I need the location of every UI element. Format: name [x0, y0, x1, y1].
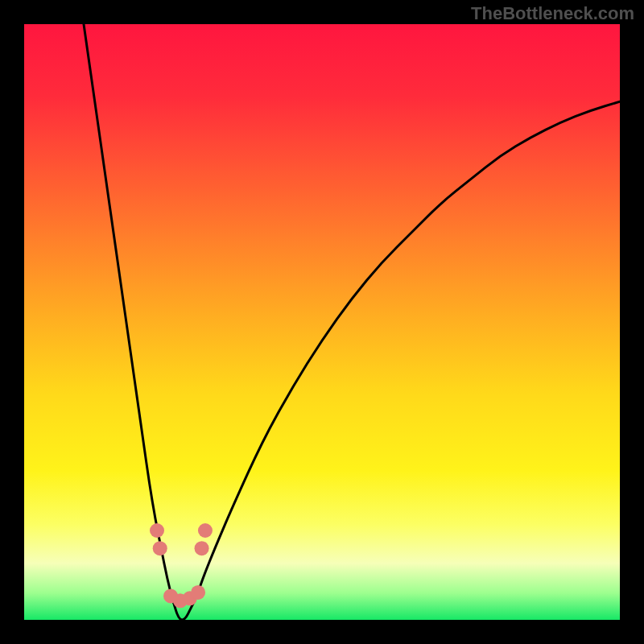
plot-area — [24, 24, 620, 620]
left-marker-upper — [150, 523, 164, 538]
right-marker-upper — [198, 523, 213, 538]
bottom-cluster-d — [191, 585, 205, 600]
watermark-label: TheBottleneck.com — [471, 3, 634, 24]
left-marker-lower — [153, 541, 167, 555]
right-marker-lower — [195, 541, 209, 555]
heat-background — [24, 24, 620, 620]
chart-svg — [24, 24, 620, 620]
chart-frame: TheBottleneck.com — [0, 0, 644, 644]
